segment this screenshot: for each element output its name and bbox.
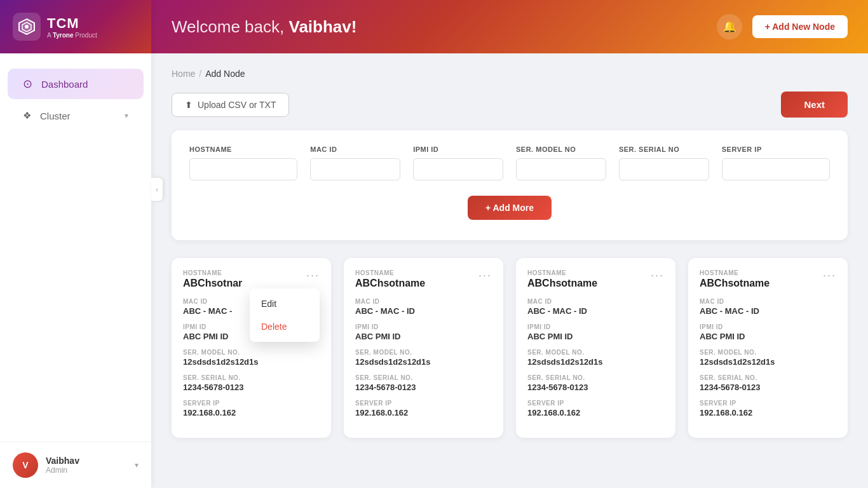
logo-tcm: TCM	[47, 15, 97, 32]
ser-model-label: Ser. Model No	[516, 146, 606, 153]
node-card-4: HOSTNAME ABChsotname ··· MAC ID ABC - MA…	[688, 258, 848, 438]
ser-serial-label: Ser. Serial No	[619, 146, 709, 153]
user-dropdown-icon[interactable]: ▾	[135, 461, 139, 470]
ser-model-field: Ser. Model No	[516, 146, 606, 180]
card-4-mac-label: MAC ID	[700, 298, 836, 305]
header: Welcome back, Vaibhav! 🔔 + Add New Node	[151, 0, 868, 53]
card-3-hostname-value: ABChsotname	[527, 278, 597, 289]
sidebar-item-cluster[interactable]: ❖ Cluster ▾	[8, 102, 144, 130]
ipmi-id-field: IPMI ID	[413, 146, 503, 180]
card-3-hostname-label: HOSTNAME	[527, 269, 597, 276]
card-2-ipmi-id: IPMI ID ABC PMI ID	[355, 323, 492, 341]
ser-serial-input[interactable]	[619, 158, 709, 180]
card-3-mac-id: MAC ID ABC - MAC - ID	[527, 298, 664, 316]
card-1-hostname-label: HOSTNAME	[183, 269, 242, 276]
card-4-model-label: SER. MODEL NO.	[700, 349, 836, 356]
add-new-node-button[interactable]: + Add New Node	[752, 15, 848, 38]
user-name: Vaibhav	[46, 456, 79, 466]
card-2-hostname-value: ABChsotname	[355, 278, 425, 289]
main-content: Welcome back, Vaibhav! 🔔 + Add New Node …	[151, 0, 868, 488]
card-1-menu-button[interactable]: ···	[306, 269, 320, 281]
server-ip-label: Server IP	[722, 146, 830, 153]
card-2-mac-label: MAC ID	[355, 298, 492, 305]
sidebar-logo: TCM A Tyrone Product	[0, 0, 151, 53]
card-1-model-label: SER. MODEL NO.	[183, 349, 320, 356]
card-3-server-ip-value: 192.168.0.162	[527, 408, 664, 417]
card-2-serial-label: SER. SERIAL NO.	[355, 374, 492, 381]
svg-point-2	[25, 25, 29, 29]
ipmi-id-input[interactable]	[413, 158, 503, 180]
card-3-ipmi-value: ABC PMI ID	[527, 332, 664, 341]
nodes-grid: HOSTNAME ABChsotnar ··· Edit Delete MAC …	[172, 258, 848, 438]
card-2-menu-button[interactable]: ···	[478, 269, 492, 281]
card-2-server-ip: SERVER IP 192.168.0.162	[355, 400, 492, 417]
hostname-label: HOSTNAME	[189, 146, 297, 153]
node-card-2: HOSTNAME ABChsotname ··· MAC ID ABC - MA…	[344, 258, 503, 438]
logo-icon	[13, 13, 41, 41]
header-actions: 🔔 + Add New Node	[717, 14, 848, 39]
card-4-menu-button[interactable]: ···	[823, 269, 836, 281]
dashboard-icon: ⊙	[23, 77, 32, 91]
card-2-server-ip-value: 192.168.0.162	[355, 408, 492, 417]
context-menu-edit[interactable]: Edit	[250, 292, 320, 315]
card-2-header: HOSTNAME ABChsotname ···	[355, 269, 492, 289]
hostname-input[interactable]	[189, 158, 297, 180]
card-4-model: SER. MODEL NO. 12sdsds1d2s12d1s	[700, 349, 836, 367]
mac-id-label: MAC ID	[310, 146, 400, 153]
card-4-ipmi-value: ABC PMI ID	[700, 332, 836, 341]
action-row: ⬆ Upload CSV or TXT Next	[172, 92, 848, 118]
server-ip-field: Server IP	[722, 146, 830, 180]
card-3-serial: SER. SERIAL NO. 1234-5678-0123	[527, 374, 664, 392]
card-1-server-ip: SERVER IP 192.168.0.162	[183, 400, 320, 417]
sidebar-item-dashboard-label: Dashboard	[41, 79, 88, 90]
card-4-serial-value: 1234-5678-0123	[700, 383, 836, 392]
card-4-ipmi-id: IPMI ID ABC PMI ID	[700, 323, 836, 341]
card-1-serial-value: 1234-5678-0123	[183, 383, 320, 392]
card-2-model-label: SER. MODEL NO.	[355, 349, 492, 356]
card-3-menu-button[interactable]: ···	[651, 269, 664, 281]
card-2-server-ip-label: SERVER IP	[355, 400, 492, 407]
logo-text: TCM A Tyrone Product	[47, 15, 97, 39]
username: Vaibhav!	[288, 17, 356, 36]
mac-id-input[interactable]	[310, 158, 400, 180]
welcome-prefix: Welcome back,	[172, 17, 288, 36]
add-more-button[interactable]: + Add More	[468, 196, 552, 220]
sidebar-item-cluster-label: Cluster	[40, 111, 71, 121]
sidebar-footer: V Vaibhav Admin ▾	[0, 442, 151, 488]
card-4-server-ip-value: 192.168.0.162	[700, 408, 836, 417]
sidebar-item-dashboard[interactable]: ⊙ Dashboard	[8, 69, 144, 99]
context-menu-delete[interactable]: Delete	[250, 315, 320, 338]
card-4-server-ip: SERVER IP 192.168.0.162	[700, 400, 836, 417]
next-button[interactable]: Next	[781, 92, 848, 118]
card-4-model-value: 12sdsds1d2s12d1s	[700, 357, 836, 367]
avatar: V	[13, 452, 38, 478]
logo-brand: Tyrone	[53, 32, 74, 39]
server-ip-input[interactable]	[722, 158, 830, 180]
card-3-mac-label: MAC ID	[527, 298, 664, 305]
breadcrumb-separator: /	[199, 69, 201, 79]
card-4-serial-label: SER. SERIAL NO.	[700, 374, 836, 381]
card-3-model-value: 12sdsds1d2s12d1s	[527, 357, 664, 367]
ser-model-input[interactable]	[516, 158, 606, 180]
card-3-header: HOSTNAME ABChsotname ···	[527, 269, 664, 289]
card-3-model: SER. MODEL NO. 12sdsds1d2s12d1s	[527, 349, 664, 367]
sidebar-collapse-button[interactable]: ‹	[151, 178, 163, 201]
card-3-model-label: SER. MODEL NO.	[527, 349, 664, 356]
mac-id-field: MAC ID	[310, 146, 400, 180]
upload-button[interactable]: ⬆ Upload CSV or TXT	[172, 93, 289, 117]
card-2-hostname-section: HOSTNAME ABChsotname	[355, 269, 425, 289]
avatar-initials: V	[22, 460, 28, 470]
card-1-hostname-value: ABChsotnar	[183, 278, 242, 289]
card-1-model: SER. MODEL NO. 12sdsds1d2s12d1s	[183, 349, 320, 367]
breadcrumb-home[interactable]: Home	[172, 69, 195, 79]
card-3-serial-label: SER. SERIAL NO.	[527, 374, 664, 381]
hostname-field: HOSTNAME	[189, 146, 297, 180]
cluster-icon: ❖	[23, 110, 31, 121]
card-4-header: HOSTNAME ABChsotname ···	[700, 269, 836, 289]
card-1-server-ip-label: SERVER IP	[183, 400, 320, 407]
notification-button[interactable]: 🔔	[717, 14, 742, 39]
card-4-hostname-label: HOSTNAME	[700, 269, 770, 276]
user-role: Admin	[46, 466, 79, 475]
card-4-serial: SER. SERIAL NO. 1234-5678-0123	[700, 374, 836, 392]
content-area: Home / Add Node ⬆ Upload CSV or TXT Next…	[151, 53, 868, 488]
